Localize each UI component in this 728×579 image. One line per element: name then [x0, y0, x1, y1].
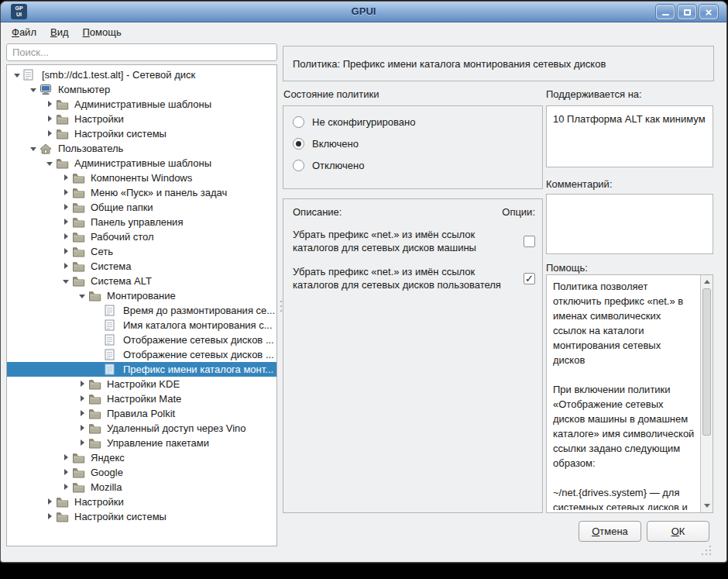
chevron-down-icon[interactable] — [78, 288, 88, 303]
chevron-right-icon[interactable] — [78, 391, 88, 406]
chevron-right-icon[interactable] — [46, 97, 56, 112]
tree-item[interactable]: Правила Polkit — [7, 406, 276, 421]
chevron-down-icon[interactable] — [29, 141, 39, 156]
tree-item[interactable]: Префикс имени каталога монт... — [7, 362, 276, 377]
tree-item[interactable]: Отображение сетевых дисков ... — [7, 347, 276, 362]
tree-item[interactable]: Удаленный доступ через Vino — [7, 421, 276, 436]
tree-item[interactable]: Сеть — [7, 244, 276, 259]
menu-view[interactable]: Вид — [43, 24, 76, 40]
tree-item[interactable]: Рабочий стол — [7, 229, 276, 244]
chevron-right-icon[interactable] — [62, 259, 72, 274]
policy-title: Политика: Префикс имени каталога монтиро… — [293, 58, 606, 70]
radio-option[interactable]: Не сконфигурировано — [293, 116, 533, 128]
radio-option-label: Не сконфигурировано — [312, 116, 415, 128]
tree-item-label: Общие папки — [91, 202, 153, 213]
resize-grip[interactable] — [700, 544, 713, 557]
tree-item-label: Меню «Пуск» и панель задач — [91, 187, 227, 198]
chevron-down-icon[interactable] — [62, 274, 72, 288]
tree-item[interactable]: Настройки системы — [7, 509, 276, 524]
minimize-button[interactable] — [656, 5, 675, 19]
tree-item[interactable]: Административные шаблоны — [7, 156, 276, 171]
radio-option[interactable]: Включено — [293, 138, 533, 150]
tree-item[interactable]: Mozilla — [7, 480, 276, 495]
tree-item[interactable]: Административные шаблоны — [7, 97, 276, 112]
chevron-right-icon[interactable] — [62, 229, 72, 244]
tree-item[interactable]: Система ALT — [7, 274, 276, 288]
tree-item[interactable]: Общие папки — [7, 200, 276, 215]
checkbox-unchecked-icon[interactable] — [524, 236, 535, 247]
folder-icon — [72, 246, 85, 257]
chevron-right-icon[interactable] — [62, 215, 72, 229]
chevron-right-icon[interactable] — [62, 465, 72, 480]
scroll-up-icon[interactable] — [701, 276, 713, 288]
maximize-button[interactable] — [678, 5, 696, 19]
maximize-icon — [684, 9, 691, 16]
tree-item[interactable]: Настройки — [7, 112, 276, 126]
tree-item[interactable]: Настройки — [7, 495, 276, 509]
chevron-right-icon[interactable] — [62, 480, 72, 495]
radio-icon[interactable] — [293, 160, 304, 171]
tree-item-label: Настройки — [74, 113, 124, 125]
chevron-right-icon[interactable] — [62, 171, 72, 185]
options-panel: Описание: Опции: Убрать префикс «net.» и… — [283, 198, 543, 513]
comment-field[interactable] — [546, 194, 713, 254]
scroll-down-icon[interactable] — [701, 500, 713, 512]
tree-item[interactable]: Пользователь — [7, 141, 276, 156]
policy-icon — [105, 305, 118, 316]
help-label: Помощь: — [546, 262, 588, 274]
tree-item[interactable]: Настройки KDE — [7, 377, 276, 391]
tree-item[interactable]: Панель управления — [7, 215, 276, 229]
chevron-right-icon[interactable] — [78, 421, 88, 436]
tree-item[interactable]: Настройки системы — [7, 126, 276, 141]
window-title: GPUI — [1, 5, 726, 17]
chevron-right-icon[interactable] — [78, 377, 88, 391]
radio-selected-icon[interactable] — [293, 138, 304, 150]
tree-item[interactable]: Google — [7, 465, 276, 480]
close-button[interactable] — [699, 5, 718, 19]
chevron-down-icon[interactable] — [46, 156, 56, 171]
ok-label: К — [679, 526, 685, 537]
radio-option-label: Отключено — [312, 160, 364, 171]
checkbox-checked-icon[interactable] — [524, 273, 535, 284]
menu-help-label: омощь — [90, 26, 122, 38]
tree-item[interactable]: Настройки Mate — [7, 391, 276, 406]
cancel-button[interactable]: Отмена — [579, 521, 641, 542]
menu-help[interactable]: Помощь — [76, 24, 129, 40]
tree-item-label: Сеть — [91, 246, 113, 257]
radio-option[interactable]: Отключено — [293, 160, 533, 171]
chevron-right-icon[interactable] — [62, 450, 72, 465]
help-scrollbar[interactable] — [700, 275, 713, 512]
radio-option-label: Включено — [312, 138, 359, 150]
tree-item[interactable]: Система — [7, 259, 276, 274]
tree-item[interactable]: Монтирование — [7, 288, 276, 303]
tree-item-label: Настройки KDE — [107, 378, 180, 390]
folder-icon — [88, 408, 101, 419]
tree-item[interactable]: Меню «Пуск» и панель задач — [7, 185, 276, 200]
chevron-right-icon[interactable] — [62, 200, 72, 215]
chevron-right-icon[interactable] — [78, 436, 88, 450]
chevron-right-icon[interactable] — [46, 495, 56, 509]
tree-item[interactable]: Отображение сетевых дисков ... — [7, 333, 276, 347]
chevron-right-icon[interactable] — [78, 406, 88, 421]
chevron-right-icon[interactable] — [62, 244, 72, 259]
chevron-right-icon[interactable] — [46, 112, 56, 126]
chevron-right-icon[interactable] — [46, 126, 56, 141]
ok-button[interactable]: ОК — [647, 521, 709, 542]
tree-item[interactable]: Время до размонтирования се... — [7, 303, 276, 318]
search-input[interactable] — [6, 43, 277, 61]
tree-item[interactable]: [smb://dc1.test.alt] - Сетевой диск — [7, 67, 276, 82]
radio-icon[interactable] — [293, 116, 304, 128]
titlebar[interactable]: GP UI GPUI — [1, 2, 726, 22]
tree-item[interactable]: Имя каталога монтирования с... — [7, 318, 276, 333]
tree-item[interactable]: Яндекс — [7, 450, 276, 465]
chevron-down-icon[interactable] — [29, 82, 39, 97]
tree-item[interactable]: Управление пакетами — [7, 436, 276, 450]
tree-item[interactable]: Компьютер — [7, 82, 276, 97]
chevron-right-icon[interactable] — [46, 509, 56, 524]
chevron-right-icon[interactable] — [62, 185, 72, 200]
chevron-down-icon[interactable] — [13, 67, 23, 82]
tree-item[interactable]: Компоненты Windows — [7, 171, 276, 185]
scrollbar-thumb[interactable] — [702, 288, 711, 436]
menu-file[interactable]: Файл — [5, 24, 43, 40]
expander-spacer — [94, 333, 105, 347]
